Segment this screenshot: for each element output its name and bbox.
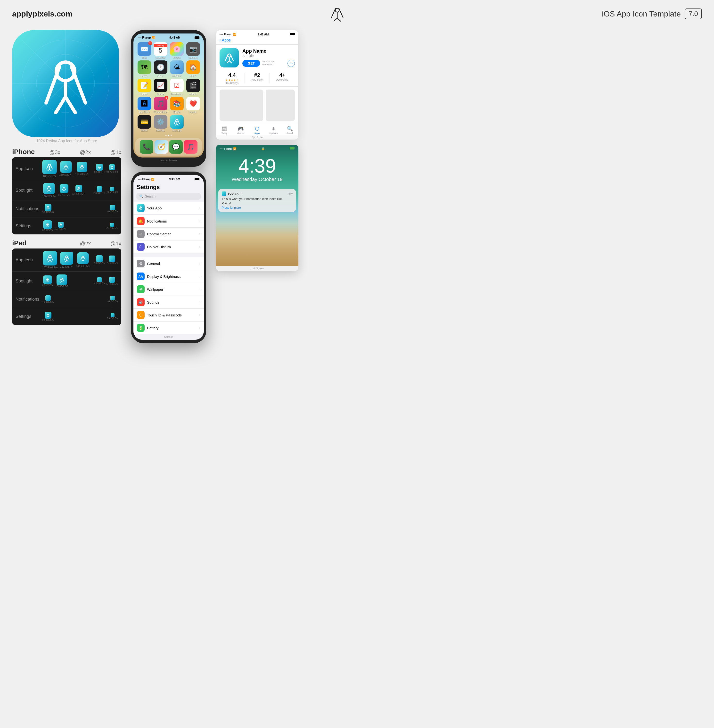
home-carrier: ▪▪▪▪ Flarup 📶 xyxy=(138,36,155,39)
settings-touchid[interactable]: ⬡ Touch ID & Passcode › xyxy=(134,309,204,321)
svg-line-48 xyxy=(112,166,113,168)
app-stocks[interactable]: 📈 Stocks xyxy=(153,79,168,95)
get-button[interactable]: GET xyxy=(242,60,260,67)
row-label-appicon: App Icon xyxy=(15,166,42,171)
iphone-icon-87 xyxy=(96,164,103,171)
dock-phone[interactable]: 📞 xyxy=(140,140,153,154)
app-settings[interactable]: ⚙️ Settings xyxy=(153,115,168,132)
svg-line-65 xyxy=(77,187,78,189)
svg-line-138 xyxy=(231,54,233,61)
settings-notifications[interactable]: 🔔 Notifications › xyxy=(134,215,204,228)
iphone-section: iPhone @3x @2x @1x App Icon xyxy=(12,148,121,234)
app-ibooks[interactable]: 📚 iBooks xyxy=(170,97,184,114)
appstore-back-nav[interactable]: ‹ Apps xyxy=(216,37,298,45)
svg-line-77 xyxy=(46,223,47,226)
app-clock[interactable]: 🕐 Clock xyxy=(153,60,168,77)
svg-line-93 xyxy=(65,260,67,261)
settings-battery[interactable]: 🔋 Battery › xyxy=(134,321,204,334)
settings-yourapp[interactable]: Your App › xyxy=(134,202,204,215)
app-maps[interactable]: 🗺 Maps xyxy=(137,60,152,77)
svg-line-119 xyxy=(46,314,48,316)
version-badge: 7.0 xyxy=(685,9,702,19)
svg-line-42 xyxy=(100,166,101,168)
settings-wallpaper[interactable]: ❋ Wallpaper › xyxy=(134,283,204,296)
settings-general[interactable]: ⚙ General › xyxy=(134,257,204,270)
ipad-table: App Icon 167 iPad Pro xyxy=(12,249,121,325)
ipad-scale-1x: @1x xyxy=(110,240,121,247)
iphone-appicon-row: App Icon 180 iOS 7+ xyxy=(12,157,121,180)
svg-line-60 xyxy=(64,187,66,190)
svg-line-35 xyxy=(80,165,81,168)
settings-do-not-disturb[interactable]: ☾ Do Not Disturb › xyxy=(134,240,204,253)
app-notes[interactable]: 📝 Notes xyxy=(137,79,152,95)
svg-line-94 xyxy=(67,260,68,261)
tab-updates[interactable]: ⬇ Updates xyxy=(266,126,282,134)
app-yourapp[interactable]: Your App xyxy=(170,115,184,132)
screenshot-1 xyxy=(219,90,263,121)
svg-line-125 xyxy=(174,120,176,124)
iphone-home-mockup: ▪▪▪▪ Flarup 📶 9:41 AM xyxy=(131,30,206,167)
tab-today[interactable]: 📰 Today xyxy=(216,126,232,134)
iphone-label: iPhone xyxy=(12,148,35,156)
app-weather[interactable]: 🌤 Weather xyxy=(170,60,184,77)
rating-value: 4.4 xyxy=(219,72,244,78)
svg-line-83 xyxy=(60,224,61,225)
app-itunes[interactable]: 🎵 1 iTunes Store xyxy=(153,97,168,114)
svg-line-88 xyxy=(50,260,52,262)
svg-line-132 xyxy=(141,207,142,209)
iphone-icon-58 xyxy=(109,164,115,170)
dock-safari[interactable]: 🧭 xyxy=(154,140,168,154)
scale-1x: @1x xyxy=(110,149,121,156)
tab-games[interactable]: 🎮 Games xyxy=(232,126,249,134)
settings-display-brightness[interactable]: AA Display & Brightness › xyxy=(134,270,204,283)
svg-line-107 xyxy=(46,278,47,281)
settings-sounds[interactable]: 🔊 Sounds › xyxy=(134,296,204,309)
settings-title: Settings xyxy=(137,184,200,191)
app-mail[interactable]: ✉️ 1 Mail xyxy=(137,42,152,59)
appstore-panel: ▪▪▪▪ Flarup 📶 9:41 AM ‹ Apps xyxy=(216,30,298,140)
scale-3x: @3x xyxy=(49,149,60,156)
svg-line-30 xyxy=(66,165,68,169)
tab-search[interactable]: 🔍 Search xyxy=(282,126,298,134)
svg-line-131 xyxy=(139,207,140,209)
app-camera[interactable]: 📷 Camera xyxy=(186,42,200,59)
app-appstore[interactable]: 🅰 App Store xyxy=(137,97,152,114)
svg-line-135 xyxy=(227,61,229,63)
logo-text: applypixels.com xyxy=(12,9,72,18)
svg-line-87 xyxy=(48,260,50,262)
app-health[interactable]: ❤️ Health xyxy=(186,97,200,114)
svg-line-21 xyxy=(48,169,50,171)
svg-line-95 xyxy=(64,256,66,260)
svg-point-0 xyxy=(335,8,339,12)
row-label-notif: Notifications xyxy=(15,206,42,212)
more-button[interactable]: ··· xyxy=(288,60,295,67)
app-home[interactable]: 🏠 Home xyxy=(186,60,200,77)
appstore-bottom-label: App Store xyxy=(216,135,298,140)
svg-line-78 xyxy=(48,223,49,226)
svg-line-108 xyxy=(48,278,49,281)
svg-line-2 xyxy=(334,18,337,21)
svg-line-41 xyxy=(98,166,99,168)
dock-music[interactable]: 🎵 xyxy=(184,140,198,154)
svg-line-58 xyxy=(64,190,65,191)
app-reminders[interactable]: ☑ Reminders xyxy=(170,79,184,95)
app-photos[interactable]: 🌸 Photos xyxy=(170,42,184,59)
home-battery xyxy=(195,36,200,39)
svg-line-51 xyxy=(48,190,49,191)
app-videos[interactable]: 🎬 Videos xyxy=(186,79,200,95)
ipad-label: iPad xyxy=(12,239,27,247)
app-wallet[interactable]: 💳 Wallet xyxy=(137,115,152,132)
settings-control-center[interactable]: ⊕ Control Center › xyxy=(134,228,204,240)
svg-line-22 xyxy=(50,169,51,171)
svg-line-72 xyxy=(48,206,49,208)
iphone-table: App Icon 180 iOS 7+ xyxy=(12,157,121,234)
notification-banner[interactable]: YOUR APP now This is what your notificat… xyxy=(218,189,296,212)
svg-line-36 xyxy=(83,165,84,168)
tab-apps[interactable]: ⬡ Apps xyxy=(249,126,266,134)
notif-app-name: YOUR APP xyxy=(228,192,286,195)
back-label[interactable]: Apps xyxy=(222,38,231,42)
svg-line-113 xyxy=(60,278,62,282)
app-calendar[interactable]: Monday 5 Calendar xyxy=(153,42,168,59)
dock-messages[interactable]: 💬 xyxy=(169,140,183,154)
lock-screen-label: Lock Screen xyxy=(216,266,298,271)
